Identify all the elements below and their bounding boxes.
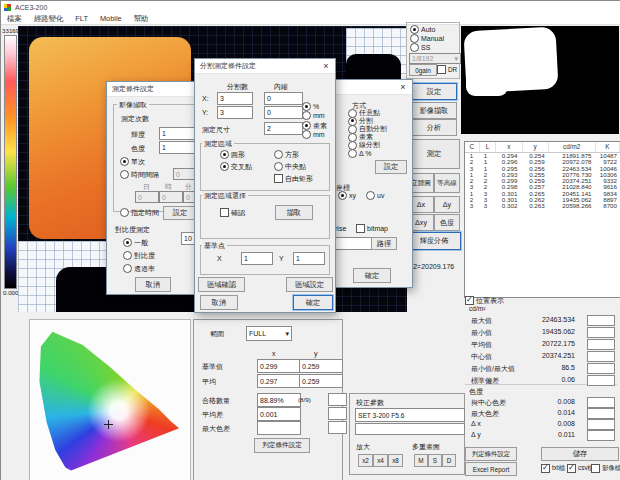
area-confirm-button[interactable]: 區域確認 bbox=[198, 277, 245, 292]
menu-item-path-change[interactable]: 經路變化 bbox=[28, 14, 70, 24]
radio-auto[interactable]: Auto bbox=[410, 25, 435, 34]
measure-button[interactable]: 測定 bbox=[408, 139, 460, 169]
delta-y-button[interactable]: Δy bbox=[434, 196, 460, 213]
multi-s-button[interactable]: S bbox=[428, 454, 442, 467]
judge-settings-button[interactable]: 判定條件設定 bbox=[254, 438, 310, 453]
close-icon[interactable]: × bbox=[319, 60, 333, 72]
normal-radio[interactable]: 一般 bbox=[123, 238, 148, 247]
menu-item-help[interactable]: 幫助 bbox=[128, 14, 155, 24]
avg-x-field[interactable]: 0.297 bbox=[257, 374, 301, 388]
limit-box-3[interactable] bbox=[328, 421, 347, 434]
calib-field-2[interactable] bbox=[355, 423, 465, 435]
split-cancel-button[interactable]: 取消 bbox=[200, 295, 238, 310]
day-field[interactable]: 0 bbox=[135, 191, 159, 203]
avgdiff-field[interactable]: 0.001 bbox=[257, 407, 301, 421]
circle-radio[interactable]: 圓形 bbox=[220, 150, 245, 159]
menu-item-flt[interactable]: FLT bbox=[69, 14, 94, 23]
limit-box-1[interactable] bbox=[328, 393, 347, 406]
lum-count-field[interactable]: 1 bbox=[159, 127, 199, 140]
judge-condition-button[interactable]: 判定條件設定 bbox=[465, 447, 517, 461]
position-display-checkbox[interactable]: 位置表示 bbox=[465, 296, 504, 305]
dr-checkbox[interactable]: DR bbox=[437, 65, 457, 74]
cie-diagram[interactable] bbox=[29, 319, 191, 480]
calib-field[interactable]: SET 3-200 F5.6 bbox=[355, 408, 465, 422]
radio-manual[interactable]: Manual bbox=[410, 34, 444, 43]
x-div-field[interactable]: 3 bbox=[217, 92, 253, 105]
spec-time-set-button[interactable]: 設定 bbox=[163, 206, 197, 220]
stat-limit-box[interactable] bbox=[587, 315, 615, 326]
single-radio[interactable]: 單次 bbox=[120, 157, 145, 166]
cross-radio[interactable]: 交叉點 bbox=[220, 162, 252, 171]
method-ok-button[interactable]: 確定 bbox=[353, 268, 391, 283]
center-radio[interactable]: 中央點 bbox=[274, 162, 306, 171]
limit-box-2[interactable] bbox=[328, 407, 347, 420]
interval-radio[interactable]: 時間間隔 bbox=[120, 170, 159, 179]
ref-y-field[interactable]: 0.259 bbox=[299, 359, 343, 373]
chroma-count-field[interactable]: 1 bbox=[159, 141, 199, 154]
luminance-dist-button[interactable]: 輝度分佈 bbox=[407, 232, 461, 250]
range-select[interactable]: FULL ▾ bbox=[246, 326, 292, 341]
stat-limit-box[interactable] bbox=[587, 375, 615, 386]
stat-limit-box[interactable] bbox=[587, 351, 615, 362]
stat-limit-box[interactable] bbox=[587, 430, 615, 441]
y-inset-field[interactable]: 0 bbox=[264, 106, 303, 119]
stat-limit-box[interactable] bbox=[587, 419, 615, 430]
method-radio-5[interactable] bbox=[348, 149, 357, 158]
analyze-button[interactable]: 分析 bbox=[411, 119, 457, 136]
chroma-map-button[interactable]: 色度 bbox=[434, 214, 460, 231]
x-inset-field[interactable]: 0 bbox=[264, 92, 303, 105]
avg-y-field[interactable]: 0.259 bbox=[299, 374, 343, 388]
shutter-select[interactable]: 1/8192 ▾ bbox=[409, 53, 461, 64]
hour-field[interactable]: 0 bbox=[159, 191, 183, 203]
uv-radio[interactable]: uv bbox=[366, 191, 384, 200]
excel-report-button[interactable]: Excel Report bbox=[465, 462, 517, 476]
contour-button[interactable]: 等高線 bbox=[434, 173, 460, 193]
maxdiff-field[interactable] bbox=[257, 421, 301, 435]
mm2-radio[interactable]: mm bbox=[302, 130, 325, 139]
free-checkbox[interactable]: 自由矩形 bbox=[274, 174, 313, 183]
settings-button[interactable]: 設定 bbox=[411, 83, 457, 100]
pass-field[interactable]: 88.89% bbox=[257, 393, 301, 407]
base-x-field[interactable]: 1 bbox=[241, 252, 273, 265]
radio-ss[interactable]: SS bbox=[410, 43, 430, 52]
spec-time-radio[interactable]: 指定時間 bbox=[120, 208, 159, 217]
multi-m-button[interactable]: M bbox=[414, 454, 428, 467]
method-set-button[interactable]: 設定 bbox=[375, 160, 407, 174]
zoom-x4-button[interactable]: x4 bbox=[373, 454, 388, 467]
txt-checkbox[interactable]: txt檔 bbox=[541, 464, 565, 473]
split-ok-button[interactable]: 確定 bbox=[293, 295, 333, 310]
xy-radio[interactable]: xy bbox=[338, 191, 356, 200]
grab-button[interactable]: 擷取 bbox=[275, 205, 313, 220]
save-button[interactable]: 儲存 bbox=[541, 447, 619, 461]
measure-cancel-button[interactable]: 取消 bbox=[135, 277, 171, 292]
base-y-field[interactable]: 1 bbox=[293, 252, 325, 265]
confirm-checkbox[interactable]: 確認 bbox=[220, 208, 245, 217]
zoom-x8-button[interactable]: x8 bbox=[388, 454, 403, 467]
stat-limit-box[interactable] bbox=[587, 327, 615, 338]
trans-radio[interactable]: 透過率 bbox=[123, 264, 155, 273]
rect-radio[interactable]: 方形 bbox=[274, 150, 299, 159]
camera-preview[interactable] bbox=[461, 26, 619, 134]
gain-button[interactable]: 0gain bbox=[409, 64, 437, 76]
area-set-button[interactable]: 區域設定 bbox=[286, 277, 333, 292]
stat-limit-box[interactable] bbox=[587, 363, 615, 374]
menu-item-file[interactable]: 檔案 bbox=[1, 14, 28, 24]
contrast-radio[interactable]: 對比度 bbox=[123, 251, 155, 260]
close-icon[interactable]: × bbox=[396, 81, 410, 93]
capture-button[interactable]: 影像擷取 bbox=[411, 102, 457, 119]
y-div-field[interactable]: 3 bbox=[217, 106, 253, 119]
size-field[interactable]: 2 bbox=[264, 122, 303, 135]
multi-d-button[interactable]: D bbox=[442, 454, 456, 467]
csv-checkbox[interactable]: csv檔 bbox=[567, 464, 594, 473]
ref-x-field[interactable]: 0.299 bbox=[257, 359, 301, 373]
path-field[interactable] bbox=[335, 237, 373, 250]
px-radio[interactable]: 畫素 bbox=[302, 121, 327, 130]
stat-limit-box[interactable] bbox=[587, 397, 615, 408]
bitmap-checkbox[interactable]: bitmap bbox=[356, 224, 388, 233]
mm-radio[interactable]: mm bbox=[302, 111, 325, 120]
stat-limit-box[interactable] bbox=[587, 339, 615, 350]
menu-item-mobile[interactable]: Mobile bbox=[94, 14, 128, 23]
table-row[interactable]: 330.3020.26320598.2668700 bbox=[465, 203, 620, 209]
zoom-x2-button[interactable]: x2 bbox=[358, 454, 373, 467]
stat-limit-box[interactable] bbox=[587, 408, 615, 419]
